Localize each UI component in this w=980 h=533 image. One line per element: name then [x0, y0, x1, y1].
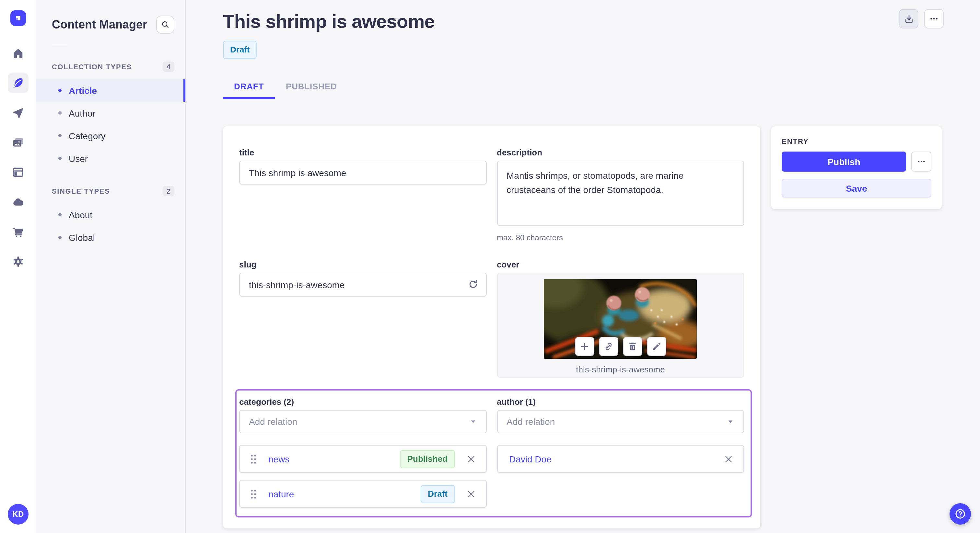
sidebar-title: Content Manager [52, 18, 147, 32]
entry-more-button[interactable] [911, 152, 931, 171]
copy-link-button[interactable] [599, 337, 618, 356]
send-icon[interactable] [8, 102, 28, 123]
description-label: description [497, 148, 744, 157]
categories-label: categories (2) [239, 397, 487, 407]
relation-link[interactable]: nature [268, 489, 294, 499]
main-content: This shrimp is awesome Draft DRAFT PUBLI… [186, 0, 980, 533]
more-icon [916, 157, 926, 167]
description-field: description Mantis shrimps, or stomatopo… [497, 148, 744, 242]
slug-input[interactable] [239, 273, 487, 297]
drag-handle-icon[interactable] [250, 489, 257, 499]
page-title: This shrimp is awesome [223, 10, 434, 32]
search-icon [161, 20, 170, 29]
pencil-icon [651, 341, 662, 352]
tab-published[interactable]: PUBLISHED [275, 76, 348, 99]
link-icon [603, 341, 614, 352]
slug-field: slug [239, 260, 487, 378]
bullet-icon [58, 236, 62, 239]
status-badge: Draft [223, 41, 257, 59]
content-manager-sidebar: Content Manager COLLECTION TYPES 4 Artic… [36, 0, 186, 533]
trash-icon [627, 341, 638, 352]
close-icon[interactable] [466, 489, 476, 499]
sidebar-item-article[interactable]: Article [36, 79, 185, 102]
drag-handle-icon[interactable] [250, 454, 257, 464]
layout-icon[interactable] [8, 162, 28, 182]
bullet-icon [58, 111, 62, 115]
sidebar-item-about[interactable]: About [36, 203, 185, 226]
plus-icon [579, 341, 590, 352]
more-icon [929, 14, 939, 24]
section-label-single-types: SINGLE TYPES [52, 187, 110, 195]
sidebar-item-global[interactable]: Global [36, 226, 185, 249]
cover-label: cover [497, 260, 744, 270]
sidebar-item-category[interactable]: Category [36, 124, 185, 147]
bullet-icon [58, 213, 62, 216]
categories-relation-combobox[interactable]: Add relation [239, 410, 487, 433]
close-icon[interactable] [723, 454, 734, 464]
close-icon[interactable] [466, 454, 476, 464]
sidebar-item-label: Global [69, 232, 95, 243]
strapi-logo[interactable] [10, 10, 25, 26]
refresh-icon[interactable] [467, 279, 479, 290]
download-button[interactable] [899, 9, 918, 29]
author-field: author (1) Add relation David Doe [497, 397, 744, 508]
relation-row-news: news Published [239, 445, 487, 473]
cover-media-box: this-shrimp-is-awesome [497, 273, 744, 378]
bullet-icon [58, 134, 62, 137]
feather-icon[interactable] [8, 73, 28, 93]
strapi-logo-icon [13, 13, 23, 23]
categories-field: categories (2) Add relation news Publish… [239, 397, 487, 508]
avatar[interactable]: KD [8, 504, 29, 525]
sidebar-item-user[interactable]: User [36, 147, 185, 170]
search-button[interactable] [156, 16, 174, 34]
add-media-button[interactable] [575, 337, 594, 356]
publish-button[interactable]: Publish [782, 152, 906, 171]
tab-draft[interactable]: DRAFT [223, 76, 275, 99]
relation-row-david-doe: David Doe [497, 445, 744, 473]
entry-panel: ENTRY Publish Save [771, 126, 942, 209]
more-options-button[interactable] [924, 9, 944, 29]
help-button[interactable] [950, 503, 971, 525]
media-icon[interactable] [8, 132, 28, 153]
chevron-down-icon [469, 418, 477, 425]
title-label: title [239, 148, 487, 157]
question-icon [954, 508, 966, 520]
combobox-placeholder: Add relation [506, 416, 555, 427]
sidebar-divider [52, 45, 67, 45]
author-relation-combobox[interactable]: Add relation [497, 410, 744, 433]
sidebar-item-label: Category [69, 130, 106, 141]
author-label: author (1) [497, 397, 744, 407]
sidebar-item-label: User [69, 153, 88, 163]
bullet-icon [58, 89, 62, 92]
cart-icon[interactable] [8, 222, 28, 242]
sidebar-item-author[interactable]: Author [36, 102, 185, 124]
app-window: KD Content Manager COLLECTION TYPES 4 Ar… [0, 0, 980, 533]
title-field: title [239, 148, 487, 242]
description-input[interactable]: Mantis shrimps, or stomatopods, are mari… [497, 160, 744, 226]
entry-form-card: title description Mantis shrimps, or sto… [223, 126, 760, 528]
relations-highlight-zone: categories (2) Add relation news Publish… [235, 389, 752, 517]
sidebar-item-label: About [69, 209, 92, 220]
sidebar-item-label: Article [69, 85, 97, 95]
sidebar-item-label: Author [69, 108, 95, 118]
relation-link[interactable]: news [268, 454, 290, 464]
relation-row-nature: nature Draft [239, 480, 487, 508]
gear-icon[interactable] [8, 251, 28, 272]
title-input[interactable] [239, 160, 487, 185]
cloud-icon[interactable] [8, 192, 28, 213]
relation-status-badge: Draft [421, 485, 455, 503]
relation-link[interactable]: David Doe [509, 454, 552, 464]
single-types-count: 2 [163, 186, 174, 196]
edit-media-button[interactable] [647, 337, 666, 356]
description-hint: max. 80 characters [497, 233, 744, 242]
combobox-placeholder: Add relation [249, 416, 297, 427]
slug-label: slug [239, 260, 487, 270]
save-button[interactable]: Save [782, 179, 931, 198]
version-tabs: DRAFT PUBLISHED [223, 76, 944, 99]
delete-media-button[interactable] [623, 337, 642, 356]
cover-field: cover [497, 260, 744, 378]
relation-status-badge: Published [400, 450, 455, 468]
home-icon[interactable] [8, 43, 28, 63]
entry-panel-title: ENTRY [782, 137, 931, 145]
collection-types-count: 4 [163, 62, 174, 72]
